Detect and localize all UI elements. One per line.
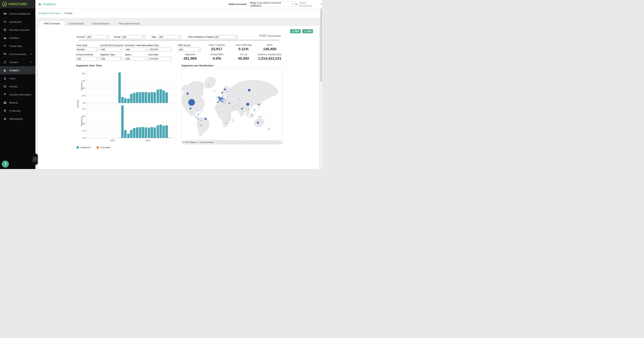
map-bubble <box>199 110 199 110</box>
download-csv-button[interactable]: CSV <box>302 29 313 33</box>
map-bubble <box>246 103 249 106</box>
bar-booking-2024-03 <box>154 92 156 103</box>
bar-booking-2023-08 <box>133 93 136 103</box>
page-heading: PNR Overview <box>259 34 290 38</box>
sidebar-item-medical[interactable]: Medical <box>0 99 36 107</box>
filter-label-end-date: End Date <box>148 53 158 56</box>
sidebar-item-marketplace[interactable]: Marketplace <box>0 115 36 123</box>
account-filter-select[interactable]: (All)▼ <box>86 35 109 39</box>
sidebar-item-policies[interactable]: Policies <box>0 82 36 91</box>
puzzle-icon <box>4 117 6 120</box>
map-bubble <box>235 120 236 120</box>
map-bubble <box>248 114 249 114</box>
map-bubble <box>218 112 219 112</box>
end-date-input[interactable] <box>148 57 172 61</box>
map-bubble <box>196 108 197 108</box>
filter-label-status: Status <box>125 53 132 56</box>
map-bubble <box>240 102 240 102</box>
status-select[interactable]: (All)▼ <box>125 57 148 61</box>
account-select[interactable]: Mega Corp (Demo Account) (3598591) <box>248 2 296 7</box>
map-bubble <box>226 121 227 121</box>
filter-horizontal-scrollbar[interactable] <box>78 40 280 41</box>
tags-filter-select[interactable]: (All)▼ <box>158 35 181 39</box>
sidebar-item-communication[interactable]: Communication <box>0 50 36 58</box>
sidebar-item-content[interactable]: Content <box>0 58 36 66</box>
pnr-source-select[interactable]: (All)▼ <box>178 48 200 51</box>
arrival-continent-select[interactable]: (All)▼ <box>76 57 99 61</box>
group-filter-select[interactable]: (All)▼ <box>121 35 146 39</box>
sidebar-item-country-information[interactable]: Country Information <box>0 91 36 99</box>
segments-per-destination-map[interactable]: © 2025 Mapbox © OpenStreetMap <box>182 69 282 144</box>
map-bubble <box>200 112 201 112</box>
sidebar-item-dashboard[interactable]: Dashboard <box>0 18 36 26</box>
filter-label-risk-intelligence-supplier: Risk Intelligence Supplier <box>188 36 214 38</box>
page-scrollbar[interactable] <box>320 8 322 169</box>
bar-departure-2023-07 <box>130 130 132 138</box>
flag-icon <box>4 93 6 96</box>
download-pdf-button[interactable]: PDF <box>290 29 301 33</box>
user-menu[interactable]: Linnea Lennartsson ▾ <box>295 0 322 8</box>
sidebar-item-analytics[interactable]: Analytics <box>0 66 36 74</box>
sidebar-item-label: E-learning <box>9 109 20 112</box>
page-scrollbar-thumb[interactable] <box>320 9 322 82</box>
map-bubble <box>266 118 266 119</box>
map-bubble <box>200 113 201 114</box>
map-bubble <box>226 96 227 96</box>
map-bubble <box>216 97 218 98</box>
sidebar-item-e-learning[interactable]: E-learning <box>0 107 36 115</box>
sidebar-item-label: Communication <box>9 53 26 56</box>
country-risk-exposure-select[interactable]: (All)▼ <box>100 48 123 51</box>
sidebar-item-partner-dashboard[interactable]: Partner Dashboard <box>0 10 36 18</box>
gridline <box>86 74 177 74</box>
map-bubble <box>243 107 244 107</box>
map-bubble <box>198 119 199 120</box>
map-bubble <box>202 110 202 110</box>
bar-booking-2024-04 <box>156 90 159 103</box>
tab-time-spent-abroad[interactable]: Time Spent Abroad <box>114 21 144 26</box>
sidebar-collapse-handle[interactable] <box>32 154 38 165</box>
map-bubble <box>223 98 224 99</box>
gridline <box>86 109 177 109</box>
map-bubble <box>237 101 238 102</box>
map-bubble <box>198 114 199 115</box>
sidebar-item-users[interactable]: Users <box>0 74 36 82</box>
map-bubble <box>200 120 201 121</box>
help-button[interactable]: ? <box>2 161 9 168</box>
y-tick-label: 10K <box>80 130 86 132</box>
select-arrow-icon: ▼ <box>120 58 122 60</box>
bar-booking-2023-07 <box>130 94 132 103</box>
map-bubble <box>238 106 239 107</box>
segment-type-select[interactable]: (All)▼ <box>100 57 123 61</box>
safeture-logo[interactable]: SAFETURE® <box>0 0 36 8</box>
map-bubble <box>268 129 269 130</box>
start-date-input[interactable] <box>148 48 172 51</box>
tab-travel-statistics[interactable]: Travel Statistics <box>88 21 114 26</box>
legend-item-confirmed: Confirmed <box>76 146 90 149</box>
domestic-international-select[interactable]: (All)▼ <box>125 48 148 51</box>
sidebar-item-label: Facilities <box>9 37 19 40</box>
bar-booking-2023-04 <box>121 97 124 103</box>
chevron-down-icon <box>292 4 294 5</box>
map-bubble <box>224 102 225 103</box>
breadcrumb-link-analytics-overview[interactable]: Analytics Overview <box>38 12 60 15</box>
map-bubble <box>204 118 207 120</box>
user-name: Linnea Lennartsson <box>298 1 320 7</box>
tab-travel-details[interactable]: Travel Details <box>64 21 88 26</box>
map-bubble <box>226 123 227 124</box>
sidebar-item-security-overview[interactable]: Security Overview <box>0 26 36 34</box>
map-bubble <box>228 104 228 105</box>
map-bubble <box>235 109 236 109</box>
tab-pnr-overview[interactable]: PNR Overview <box>40 21 64 26</box>
stat-distance-traveled: Distance Traveled (km)1,014,423,231 <box>252 53 288 61</box>
filter-label-pnr-source: PNR Source <box>178 44 191 47</box>
map-bubble <box>224 100 225 101</box>
safeture-logo-icon <box>2 2 7 7</box>
map-bubble <box>215 110 215 111</box>
sidebar-item-facilities[interactable]: Facilities <box>0 34 36 42</box>
sidebar-item-travel-data[interactable]: Travel Data <box>0 42 36 50</box>
filter-label-account: Account <box>76 36 85 38</box>
bar-booking-2024-06 <box>162 91 165 103</box>
risk-intelligence-supplier-select[interactable]: (All)▼ <box>214 35 238 39</box>
bar-booking-2024-05 <box>160 89 162 103</box>
time-scale-select[interactable]: Monthly▼ <box>76 48 99 51</box>
